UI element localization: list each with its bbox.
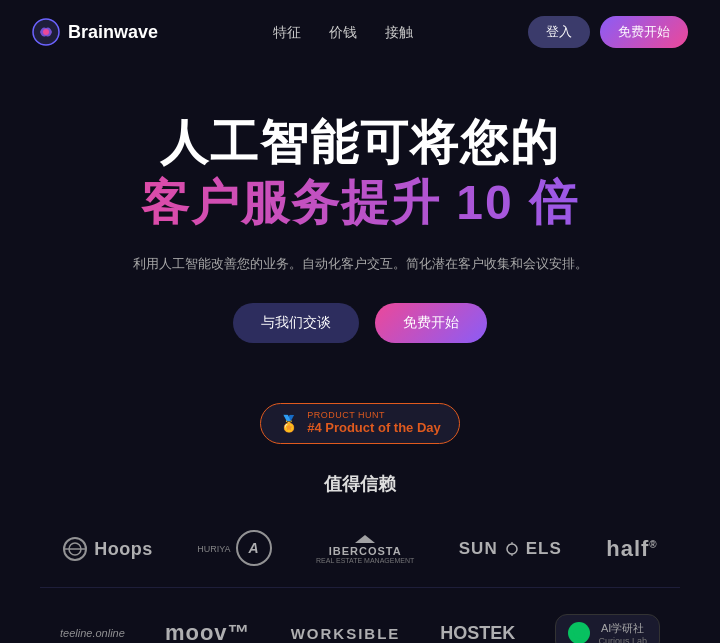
logos-row-2: teeline.online moov™ WORKSIBLE HOSTEK (20, 596, 700, 643)
ibercosta-roof-icon (355, 535, 375, 543)
logo-ibercosta: IBERCOSTA REAL ESTATE MANAGEMENT (316, 535, 414, 564)
hero-buttons: 与我们交谈 免费开始 (40, 303, 680, 343)
curious-lab: Curious Lab (598, 636, 647, 643)
logos-row-1: Hoops HURIYA A IBERCOSTA REAL ESTATE MAN… (20, 520, 700, 579)
half-text: half® (606, 536, 658, 562)
svg-point-1 (43, 29, 49, 35)
talk-button[interactable]: 与我们交谈 (233, 303, 359, 343)
badge-text: PRODUCT HUNT #4 Product of the Day (307, 411, 441, 436)
wechat-badge: AI学研社 Curious Lab (555, 614, 660, 643)
wechat-name: AI学研社 (598, 621, 647, 636)
badge-label-top: PRODUCT HUNT (307, 411, 441, 420)
ibercosta-sub: REAL ESTATE MANAGEMENT (316, 557, 414, 564)
wechat-label: AI学研社 Curious Lab (598, 621, 647, 643)
logo-half: half® (606, 536, 658, 562)
navbar: Brainwave 特征 价钱 接触 登入 免费开始 (0, 0, 720, 64)
free-button[interactable]: 免费开始 (375, 303, 487, 343)
teeline-text: teeline.online (60, 627, 125, 639)
hero-section: 人工智能可将您的 客户服务提升 10 倍 利用人工智能改善您的业务。自动化客户交… (0, 64, 720, 373)
signup-button[interactable]: 免费开始 (600, 16, 688, 48)
nav-actions: 登入 免费开始 (528, 16, 688, 48)
trusted-section: 值得信赖 Hoops HURIYA A IBERCOSTA REAL ESTAT… (0, 472, 720, 643)
logos-divider (40, 587, 680, 588)
hoops-label: Hoops (94, 539, 153, 560)
hostek-text: HOSTEK (440, 623, 515, 643)
ibercosta-icon: IBERCOSTA REAL ESTATE MANAGEMENT (316, 535, 414, 564)
sunhels-icon (504, 541, 520, 557)
logo-moov: moov™ (165, 620, 251, 643)
badge-label-bottom: #4 Product of the Day (307, 420, 441, 436)
medal-icon: 🏅 (279, 414, 299, 433)
ibercosta-text: IBERCOSTA (329, 545, 402, 557)
half-dot: ® (649, 539, 657, 550)
brainwave-logo-icon (32, 18, 60, 46)
logo-worksible: WORKSIBLE (291, 625, 401, 642)
huriya-sublabel: HURIYA (197, 544, 230, 554)
product-hunt-badge[interactable]: 🏅 PRODUCT HUNT #4 Product of the Day (0, 403, 720, 444)
login-button[interactable]: 登入 (528, 16, 590, 48)
moov-text: moov™ (165, 620, 251, 643)
hero-subtitle: 利用人工智能改善您的业务。自动化客户交互。简化潜在客户收集和会议安排。 (40, 252, 680, 275)
nav-item-pricing[interactable]: 价钱 (329, 23, 357, 42)
huriya-circle: A (236, 530, 272, 566)
badge-inner: 🏅 PRODUCT HUNT #4 Product of the Day (260, 403, 460, 444)
logo-container: Brainwave (32, 18, 158, 46)
trusted-title: 值得信赖 (20, 472, 700, 496)
sunhels-text-2: ELS (526, 539, 562, 559)
svg-point-5 (507, 544, 517, 554)
hero-title-accent: 客户服务提升 10 倍 (40, 172, 680, 234)
hoops-icon (62, 536, 88, 562)
hero-title-main: 人工智能可将您的 (40, 114, 680, 172)
logo-teeline: teeline.online (60, 627, 125, 639)
logo-huriya: HURIYA A (197, 530, 271, 569)
nav-links: 特征 价钱 接触 (273, 23, 413, 42)
brand-name: Brainwave (68, 22, 158, 43)
logo-sunhels: SUN ELS (459, 539, 562, 559)
wechat-icon (568, 622, 590, 643)
nav-item-contact[interactable]: 接触 (385, 23, 413, 42)
nav-item-features[interactable]: 特征 (273, 23, 301, 42)
logo-hoops: Hoops (62, 536, 153, 562)
worksible-text: WORKSIBLE (291, 625, 401, 642)
logo-hostek: HOSTEK (440, 623, 515, 643)
sunhels-text: SUN (459, 539, 498, 559)
